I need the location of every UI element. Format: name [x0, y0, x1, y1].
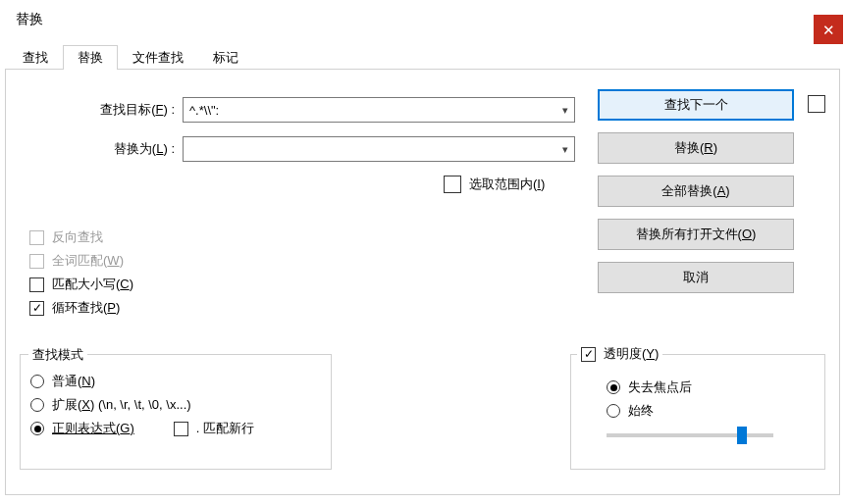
mode-regex-row: 正则表达式(G) . 匹配新行: [30, 420, 321, 437]
tab-findfiles[interactable]: 文件查找: [118, 45, 198, 70]
transparency-label: 透明度(Y): [604, 345, 659, 363]
buttons-column: 查找下一个 替换(R) 全部替换(A) 替换所有打开文件(O) 取消: [598, 89, 825, 305]
mode-normal-radio[interactable]: [30, 375, 44, 388]
reverse-label: 反向查找: [52, 228, 103, 246]
wrap-checkbox[interactable]: ✓: [29, 301, 44, 316]
radio-dot-icon: [610, 384, 617, 391]
tab-replace[interactable]: 替换: [63, 45, 118, 70]
wrap-label: 循环查找(P): [52, 299, 120, 317]
trans-onlose-label: 失去焦点后: [628, 378, 692, 396]
transparency-slider[interactable]: [607, 433, 773, 437]
pin-checkbox[interactable]: [808, 95, 825, 113]
reverse-option: 反向查找: [29, 228, 133, 246]
wholeword-label: 全词匹配(W): [52, 252, 124, 270]
dot-newline-row: . 匹配新行: [150, 420, 254, 437]
mode-extended-label: 扩展(X) (\n, \r, \t, \0, \x...): [52, 396, 191, 414]
panel: 查找目标(F) : ^.*\\": ▾ 替换为(L) : ▾ 选取范围内(I) …: [5, 69, 840, 495]
transparency-head: ✓ 透明度(Y): [577, 345, 662, 363]
in-selection-label: 选取范围内(I): [469, 176, 545, 193]
slider-thumb-icon: [737, 427, 747, 444]
title-bar: 替换: [0, 0, 845, 39]
trans-always-label: 始终: [628, 402, 654, 420]
check-icon: ✓: [584, 348, 594, 360]
trans-always-row: 始终: [607, 402, 815, 420]
replace-all-open-button[interactable]: 替换所有打开文件(O): [598, 219, 794, 250]
replace-button[interactable]: 替换(R): [598, 132, 794, 164]
find-next-button[interactable]: 查找下一个: [598, 89, 794, 121]
mode-extended-row: 扩展(X) (\n, \r, \t, \0, \x...): [30, 396, 321, 414]
replace-all-button[interactable]: 全部替换(A): [598, 176, 794, 207]
tab-row: 查找 替换 文件查找 标记: [0, 45, 845, 69]
tab-mark[interactable]: 标记: [198, 45, 253, 70]
matchcase-option: 匹配大小写(C): [29, 276, 133, 293]
wholeword-option: 全词匹配(W): [29, 252, 133, 270]
mode-normal-row: 普通(N): [30, 373, 321, 390]
mode-regex-radio[interactable]: [30, 422, 44, 435]
mode-extended-radio[interactable]: [30, 398, 44, 412]
find-target-label: 查找目标(F) :: [6, 101, 183, 119]
matchcase-label: 匹配大小写(C): [52, 276, 133, 293]
options-block: 反向查找 全词匹配(W) 匹配大小写(C) ✓ 循环查找(P): [29, 223, 133, 323]
replace-with-label: 替换为(L) :: [6, 140, 183, 158]
tab-find[interactable]: 查找: [8, 45, 63, 70]
in-selection-checkbox[interactable]: [444, 176, 461, 193]
trans-onlose-row: 失去焦点后: [607, 378, 815, 396]
mode-normal-label: 普通(N): [52, 373, 95, 390]
window-title: 替换: [16, 11, 43, 28]
close-icon: ✕: [822, 23, 835, 37]
trans-onlose-radio[interactable]: [607, 380, 620, 394]
transparency-checkbox[interactable]: ✓: [581, 347, 596, 362]
transparency-group: ✓ 透明度(Y) 失去焦点后 始终: [570, 354, 825, 470]
search-mode-legend: 查找模式: [28, 346, 87, 364]
trans-always-radio[interactable]: [607, 404, 620, 418]
wrap-option: ✓ 循环查找(P): [29, 299, 133, 317]
find-target-value: ^.*\\":: [189, 103, 219, 118]
wholeword-checkbox: [29, 254, 44, 269]
mode-regex-label: 正则表达式(G): [52, 420, 134, 437]
radio-dot-icon: [34, 426, 41, 432]
in-selection-row: 选取范围内(I): [444, 176, 545, 193]
find-target-input[interactable]: ^.*\\": ▾: [183, 97, 575, 123]
chevron-down-icon: ▾: [562, 143, 568, 156]
reverse-checkbox: [29, 230, 44, 245]
matchcase-checkbox[interactable]: [29, 277, 44, 292]
chevron-down-icon: ▾: [562, 104, 568, 117]
search-mode-group: 查找模式 普通(N) 扩展(X) (\n, \r, \t, \0, \x...)…: [20, 354, 332, 470]
close-button[interactable]: ✕: [814, 15, 843, 44]
check-icon: ✓: [32, 302, 42, 314]
replace-with-input[interactable]: ▾: [183, 136, 575, 162]
dot-newline-label: . 匹配新行: [196, 420, 254, 437]
dot-newline-checkbox[interactable]: [174, 422, 188, 436]
cancel-button[interactable]: 取消: [598, 262, 794, 293]
